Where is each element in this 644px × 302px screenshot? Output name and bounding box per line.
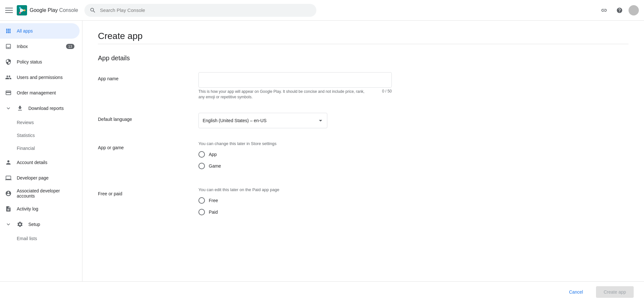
sidebar-sub-statistics-label: Statistics: [17, 133, 35, 138]
sidebar-item-users-permissions[interactable]: Users and permissions: [0, 70, 80, 85]
default-language-row: Default language English (United States)…: [98, 113, 629, 128]
sidebar: All apps Inbox 13 Policy status Users an…: [0, 21, 82, 281]
default-language-field: English (United States) – en-US Spanish …: [198, 113, 629, 128]
sidebar-sub-reviews[interactable]: Reviews: [0, 116, 80, 129]
users-icon: [5, 74, 12, 81]
chevron-down-icon: [5, 105, 12, 112]
sidebar-item-account-details[interactable]: Account details: [0, 155, 80, 170]
sidebar-item-inbox[interactable]: Inbox 13: [0, 39, 80, 54]
sidebar-item-setup-label: Setup: [28, 222, 40, 227]
app-name-hint: This is how your app will appear on Goog…: [198, 89, 366, 100]
main-content: Create app App details App name This is …: [82, 21, 644, 281]
sidebar-item-all-apps[interactable]: All apps: [0, 23, 80, 39]
footer: Cancel Create app: [0, 281, 644, 302]
app-name-row: App name This is how your app will appea…: [98, 72, 629, 100]
sidebar-item-setup[interactable]: Setup: [0, 217, 80, 232]
radio-app-label: App: [209, 152, 217, 157]
link-icon: [601, 7, 607, 14]
sidebar-item-policy-label: Policy status: [17, 59, 42, 64]
card-icon: [5, 90, 12, 96]
svg-point-2: [19, 7, 21, 9]
radio-app-option[interactable]: App: [198, 151, 629, 158]
app-name-hint-row: This is how your app will appear on Goog…: [198, 89, 392, 100]
sidebar-sub-email-lists[interactable]: Email lists: [0, 232, 80, 245]
free-or-paid-field: You can edit this later on the Paid app …: [198, 187, 629, 220]
free-or-paid-row: Free or paid You can edit this later on …: [98, 187, 629, 220]
person-icon: [5, 159, 12, 166]
shield-icon: [5, 59, 12, 65]
sidebar-item-assoc-label: Associated developer accounts: [17, 188, 74, 199]
link-button[interactable]: [598, 4, 610, 17]
radio-game-circle[interactable]: [198, 163, 205, 169]
menu-icon[interactable]: [5, 6, 13, 14]
default-language-select[interactable]: English (United States) – en-US Spanish …: [198, 113, 327, 128]
body-layout: All apps Inbox 13 Policy status Users an…: [0, 21, 644, 281]
search-icon: [90, 7, 96, 14]
radio-free-circle[interactable]: [198, 197, 205, 204]
sidebar-item-associated-accounts[interactable]: Associated developer accounts: [0, 186, 80, 201]
topbar-actions: [598, 4, 639, 17]
radio-free-label: Free: [209, 198, 218, 203]
radio-free-option[interactable]: Free: [198, 197, 629, 204]
page-divider: [98, 44, 629, 44]
app-or-game-field: You can change this later in Store setti…: [198, 141, 629, 174]
free-or-paid-hint: You can edit this later on the Paid app …: [198, 187, 629, 192]
sidebar-item-account-label: Account details: [17, 160, 47, 165]
radio-paid-option[interactable]: Paid: [198, 209, 629, 215]
app-name-field: This is how your app will appear on Goog…: [198, 72, 629, 100]
free-or-paid-label: Free or paid: [98, 187, 188, 196]
sidebar-sub-financial-label: Financial: [17, 146, 35, 151]
sidebar-item-developer-label: Developer page: [17, 175, 49, 180]
radio-paid-circle[interactable]: [198, 209, 205, 215]
app-logo[interactable]: Google Play Console: [17, 5, 78, 15]
app-or-game-label: App or game: [98, 141, 188, 150]
svg-point-3: [24, 9, 25, 11]
sidebar-item-download-label: Download reports: [28, 106, 64, 111]
radio-game-label: Game: [209, 163, 221, 169]
default-language-label: Default language: [98, 113, 188, 122]
radio-game-option[interactable]: Game: [198, 163, 629, 169]
inbox-badge: 13: [66, 44, 74, 49]
svg-point-4: [19, 12, 21, 14]
radio-app-circle[interactable]: [198, 151, 205, 158]
search-bar[interactable]: [84, 4, 316, 17]
radio-paid-label: Paid: [209, 209, 218, 215]
section-title: App details: [98, 54, 629, 62]
sidebar-item-policy-status[interactable]: Policy status: [0, 54, 80, 70]
sidebar-item-activity-label: Activity log: [17, 206, 38, 211]
sidebar-sub-financial[interactable]: Financial: [0, 142, 80, 155]
sidebar-item-all-apps-label: All apps: [17, 28, 33, 34]
sidebar-item-download-reports[interactable]: Download reports: [0, 101, 80, 116]
play-console-logo-icon: [17, 5, 27, 15]
sidebar-sub-email-label: Email lists: [17, 236, 37, 241]
logo-text: Google Play Console: [30, 7, 78, 13]
help-icon: [616, 7, 623, 14]
sidebar-sub-reviews-label: Reviews: [17, 120, 34, 125]
sidebar-item-order-management[interactable]: Order management: [0, 85, 80, 101]
page-title: Create app: [98, 31, 629, 41]
monitor-icon: [5, 175, 12, 181]
sidebar-item-developer-page[interactable]: Developer page: [0, 170, 80, 186]
sidebar-item-inbox-label: Inbox: [17, 44, 28, 49]
cancel-button[interactable]: Cancel: [561, 286, 591, 298]
user-avatar[interactable]: [629, 5, 639, 15]
file-icon: [5, 206, 12, 212]
app-or-game-row: App or game You can change this later in…: [98, 141, 629, 174]
grid-icon: [5, 28, 12, 34]
sidebar-sub-statistics[interactable]: Statistics: [0, 129, 80, 142]
inbox-icon: [5, 43, 12, 50]
chevron-down-setup-icon: [5, 221, 12, 228]
sidebar-item-users-label: Users and permissions: [17, 75, 62, 80]
topbar: Google Play Console: [0, 0, 644, 21]
people-circle-icon: [5, 190, 12, 197]
create-app-button[interactable]: Create app: [596, 286, 634, 298]
app-name-char-count: 0 / 50: [382, 89, 392, 100]
sidebar-item-order-label: Order management: [17, 90, 56, 95]
app-or-game-hint: You can change this later in Store setti…: [198, 141, 629, 146]
search-input[interactable]: [100, 7, 311, 13]
sidebar-item-activity-log[interactable]: Activity log: [0, 201, 80, 217]
gear-icon: [17, 221, 23, 228]
app-name-input[interactable]: [198, 72, 392, 88]
download-icon: [17, 105, 23, 112]
help-button[interactable]: [613, 4, 626, 17]
